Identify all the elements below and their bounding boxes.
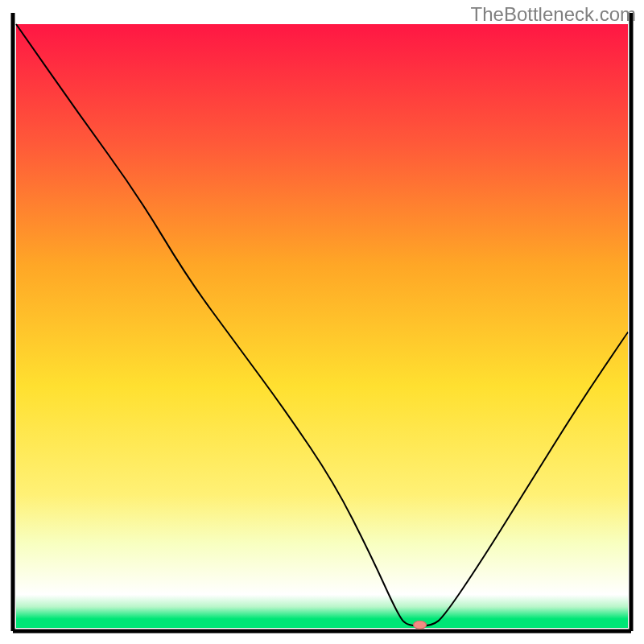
sweet-spot-marker [414,621,427,629]
chart-container: TheBottleneck.com [0,0,644,644]
bottleneck-chart [0,0,644,644]
plot-background [16,24,628,628]
watermark-text: TheBottleneck.com [471,3,636,26]
